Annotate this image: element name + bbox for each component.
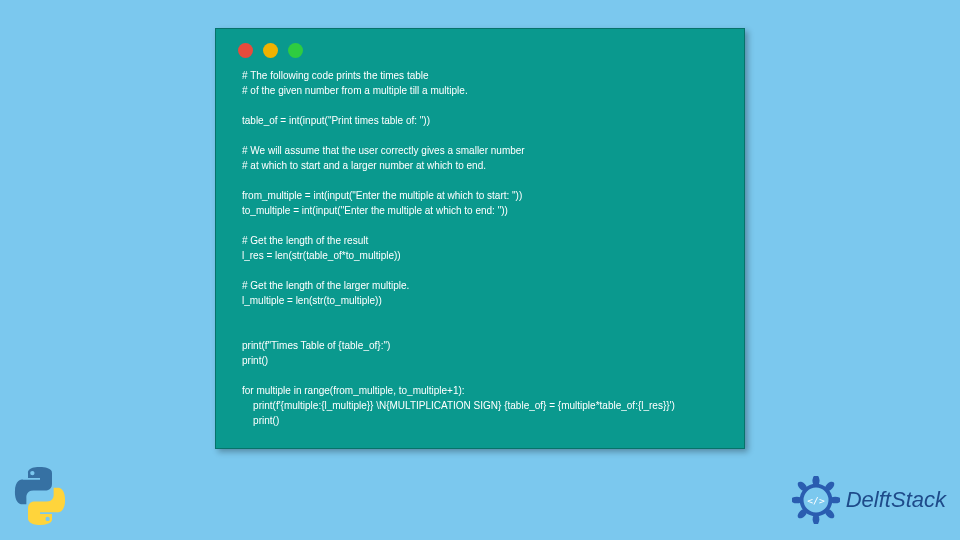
minimize-dot-icon <box>263 43 278 58</box>
brand-gear-icon: </> <box>792 476 840 524</box>
svg-text:</>: </> <box>807 495 825 506</box>
window-titlebar <box>234 39 726 68</box>
maximize-dot-icon <box>288 43 303 58</box>
code-content: # The following code prints the times ta… <box>234 68 726 428</box>
brand-name: DelftStack <box>846 487 946 513</box>
close-dot-icon <box>238 43 253 58</box>
code-window: # The following code prints the times ta… <box>215 28 745 449</box>
brand: </> DelftStack <box>792 476 946 524</box>
python-logo-icon <box>10 466 70 526</box>
